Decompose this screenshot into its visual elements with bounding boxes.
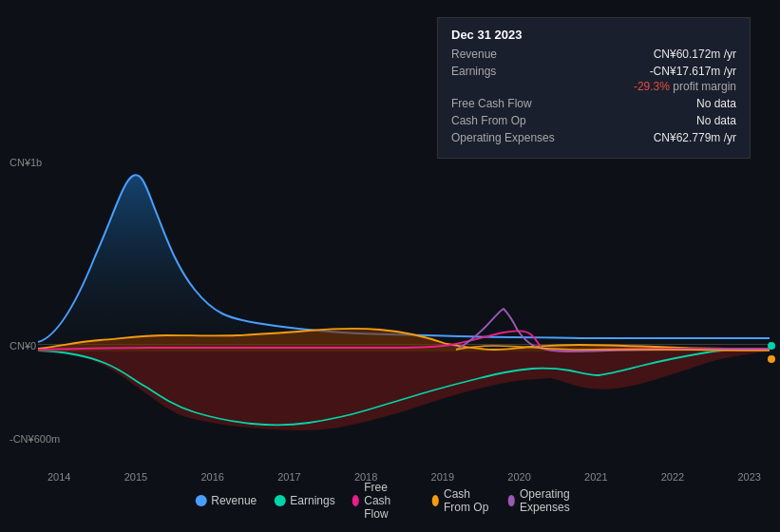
tooltip-box: Dec 31 2023 Revenue CN¥60.172m /yr Earni… [437, 17, 751, 159]
legend-item-cashfromop[interactable]: Cash From Op [431, 487, 490, 514]
x-label-2021: 2021 [584, 471, 607, 483]
earnings-area [38, 352, 770, 430]
tooltip-label-revenue: Revenue [451, 48, 565, 61]
legend-label-earnings: Earnings [290, 494, 334, 507]
main-chart-svg[interactable] [38, 162, 770, 446]
legend-dot-fcf [352, 495, 360, 506]
tooltip-row-fcf: Free Cash Flow No data [451, 97, 736, 110]
tooltip-date: Dec 31 2023 [451, 28, 736, 42]
legend-dot-cashfromop [431, 495, 439, 506]
legend-dot-earnings [274, 495, 285, 506]
chart-container: Dec 31 2023 Revenue CN¥60.172m /yr Earni… [0, 0, 780, 532]
legend-label-revenue: Revenue [211, 494, 257, 507]
tooltip-value-revenue: CN¥60.172m /yr [654, 48, 736, 61]
legend-label-fcf: Free Cash Flow [364, 481, 414, 521]
legend-item-fcf[interactable]: Free Cash Flow [352, 481, 415, 521]
legend-label-opex: Operating Expenses [520, 487, 585, 514]
profit-margin-label: profit margin [670, 80, 736, 93]
tooltip-row-cashfromop: Cash From Op No data [451, 114, 736, 127]
tooltip-label-earnings: Earnings [451, 65, 565, 78]
legend-item-opex[interactable]: Operating Expenses [507, 487, 584, 514]
chart-legend: Revenue Earnings Free Cash Flow Cash Fro… [195, 481, 585, 521]
tooltip-row-earnings: Earnings -CN¥17.617m /yr [451, 65, 736, 78]
x-label-2023: 2023 [737, 471, 760, 483]
x-label-2015: 2015 [124, 471, 147, 483]
tooltip-label-opex: Operating Expenses [451, 131, 565, 144]
tooltip-value-opex: CN¥62.779m /yr [654, 131, 736, 144]
legend-dot-opex [507, 495, 515, 506]
tooltip-row-revenue: Revenue CN¥60.172m /yr [451, 48, 736, 61]
tooltip-value-cashfromop: No data [696, 114, 736, 127]
tooltip-value-earnings: -CN¥17.617m /yr [650, 65, 736, 78]
tooltip-label-fcf: Free Cash Flow [451, 97, 565, 110]
x-label-2022: 2022 [661, 471, 684, 483]
profit-margin-row: -29.3% profit margin [451, 80, 736, 93]
x-label-2014: 2014 [48, 471, 70, 483]
chart-right-indicators [768, 342, 775, 363]
tooltip-label-cashfromop: Cash From Op [451, 114, 565, 127]
tooltip-value-fcf: No data [696, 97, 736, 110]
profit-margin-value: -29.3% [634, 80, 670, 93]
legend-dot-revenue [195, 495, 206, 506]
legend-item-revenue[interactable]: Revenue [195, 494, 257, 507]
cyan-indicator [768, 342, 775, 350]
revenue-area [38, 175, 770, 352]
legend-label-cashfromop: Cash From Op [444, 487, 490, 514]
y-label-zero: CN¥0 [10, 340, 36, 352]
legend-item-earnings[interactable]: Earnings [274, 494, 334, 507]
tooltip-row-opex: Operating Expenses CN¥62.779m /yr [451, 131, 736, 144]
orange-indicator [768, 355, 775, 363]
